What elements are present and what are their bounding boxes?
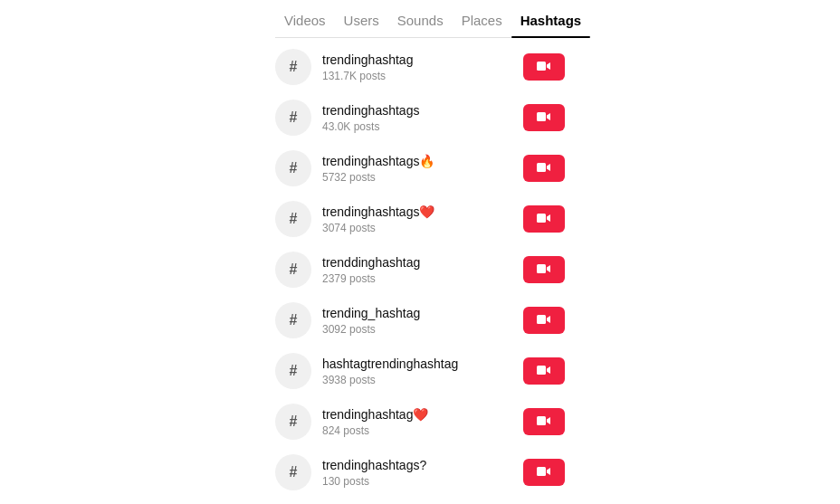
view-videos-button[interactable] [523, 53, 565, 81]
item-info: trenddinghashtag 2379 posts [322, 254, 523, 284]
hash-icon: # [290, 160, 298, 176]
hashtag-icon-wrapper: # [275, 100, 311, 136]
video-camera-icon [537, 314, 551, 328]
list-item: # trenddinghashtag 2379 posts [275, 244, 565, 295]
hash-icon: # [290, 312, 298, 328]
item-name: trendinghashtags🔥 [322, 153, 523, 169]
item-name: trendinghashtags? [322, 457, 523, 473]
item-posts: 5732 posts [322, 171, 523, 184]
view-videos-button[interactable] [523, 408, 565, 435]
list-item: # trendinghashtags❤️ 3074 posts [275, 194, 565, 244]
view-videos-button[interactable] [523, 459, 565, 486]
item-posts: 824 posts [322, 424, 523, 437]
item-info: trendinghashtags? 130 posts [322, 457, 523, 487]
tab-places[interactable]: Places [453, 7, 511, 37]
hash-icon: # [290, 211, 298, 227]
svg-rect-1 [537, 112, 546, 121]
hashtag-icon-wrapper: # [275, 404, 311, 440]
svg-rect-2 [537, 163, 546, 172]
list-item: # trendinghashtags🔥 5732 posts [275, 143, 565, 194]
item-name: trendinghashtag [322, 52, 523, 68]
item-name: hashtagtrendinghashtag [322, 356, 523, 372]
item-info: hashtagtrendinghashtag 3938 posts [322, 356, 523, 385]
hashtag-list: # trendinghashtag 131.7K posts # trendin… [275, 38, 565, 504]
item-posts: 130 posts [322, 475, 523, 488]
svg-rect-0 [537, 62, 546, 71]
video-camera-icon [537, 213, 551, 226]
hash-icon: # [290, 59, 298, 75]
video-camera-icon [537, 263, 551, 277]
item-info: trendinghashtags 43.0K posts [322, 102, 523, 132]
view-videos-button[interactable] [523, 307, 565, 334]
svg-rect-8 [537, 467, 546, 476]
hash-icon: # [290, 363, 298, 379]
list-item: # trendinghashtags 43.0K posts [275, 92, 565, 143]
list-item: # trendinghashtag❤️ 824 posts [275, 396, 565, 447]
hashtag-icon-wrapper: # [275, 454, 311, 490]
video-camera-icon [537, 111, 551, 125]
item-info: trendinghashtag 131.7K posts [322, 52, 523, 81]
svg-rect-6 [537, 366, 546, 375]
list-item: # hashtagtrendinghashtag 3938 posts [275, 346, 565, 396]
item-name: trendinghashtags❤️ [322, 204, 523, 220]
item-posts: 3074 posts [322, 222, 523, 234]
item-info: trending_hashtag 3092 posts [322, 305, 523, 335]
hash-icon: # [290, 414, 298, 430]
list-item: # trendinghashtags? 130 posts [275, 447, 565, 498]
svg-rect-3 [537, 214, 546, 223]
hashtag-icon-wrapper: # [275, 150, 311, 186]
item-posts: 3092 posts [322, 323, 523, 336]
video-camera-icon [537, 365, 551, 378]
video-camera-icon [537, 466, 551, 480]
svg-rect-5 [537, 315, 546, 324]
video-camera-icon [537, 162, 551, 176]
tab-sounds[interactable]: Sounds [388, 7, 453, 37]
hashtag-icon-wrapper: # [275, 201, 311, 237]
hashtag-icon-wrapper: # [275, 353, 311, 389]
view-videos-button[interactable] [523, 205, 565, 233]
tab-navigation: VideosUsersSoundsPlacesHashtags [275, 7, 565, 38]
view-videos-button[interactable] [523, 256, 565, 283]
tab-users[interactable]: Users [335, 7, 388, 37]
hash-icon: # [290, 109, 298, 126]
hash-icon: # [290, 262, 298, 278]
hashtag-icon-wrapper: # [275, 49, 311, 85]
list-item: # trending_hashtags 637 posts [275, 498, 565, 504]
item-posts: 3938 posts [322, 374, 523, 386]
view-videos-button[interactable] [523, 104, 565, 131]
hash-icon: # [290, 464, 298, 480]
item-posts: 131.7K posts [322, 70, 523, 82]
item-info: trendinghashtags🔥 5732 posts [322, 153, 523, 183]
hashtag-icon-wrapper: # [275, 302, 311, 338]
list-item: # trending_hashtag 3092 posts [275, 295, 565, 346]
video-camera-icon [537, 61, 551, 74]
view-videos-button[interactable] [523, 155, 565, 182]
item-posts: 2379 posts [322, 272, 523, 285]
item-name: trendinghashtag❤️ [322, 406, 523, 423]
item-name: trendinghashtags [322, 102, 523, 119]
svg-rect-7 [537, 416, 546, 425]
item-posts: 43.0K posts [322, 120, 523, 133]
item-info: trendinghashtag❤️ 824 posts [322, 406, 523, 436]
item-info: trendinghashtags❤️ 3074 posts [322, 204, 523, 233]
video-camera-icon [537, 415, 551, 429]
item-name: trenddinghashtag [322, 254, 523, 271]
item-name: trending_hashtag [322, 305, 523, 321]
svg-rect-4 [537, 264, 546, 273]
tab-hashtags[interactable]: Hashtags [511, 7, 591, 37]
view-videos-button[interactable] [523, 357, 565, 385]
hashtag-icon-wrapper: # [275, 252, 311, 288]
list-item: # trendinghashtag 131.7K posts [275, 42, 565, 92]
tab-videos[interactable]: Videos [275, 7, 335, 37]
main-container: VideosUsersSoundsPlacesHashtags # trendi… [0, 0, 840, 504]
